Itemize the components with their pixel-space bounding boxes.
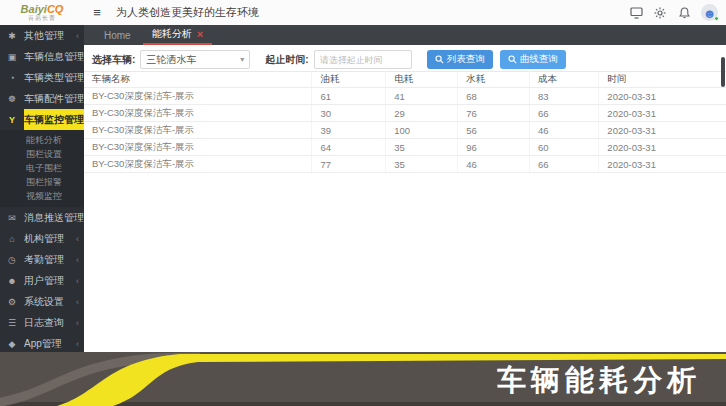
online-status-dot	[714, 16, 719, 21]
tab-energy-analysis[interactable]: 能耗分析 ×	[143, 25, 212, 45]
search-icon	[508, 55, 517, 64]
sidebar-item-organization[interactable]: ⌂机构管理‹	[0, 228, 84, 249]
users-icon: ☻	[0, 276, 24, 286]
content-area: 选择车辆: 三轮洒水车 ▾ 起止时间: 列表查询 曲线查询	[84, 45, 726, 352]
bell-icon[interactable]	[677, 6, 691, 20]
vehicle-name-cell: BY-C30深度保洁车-展示	[84, 139, 312, 156]
chevron-icon: ‹	[76, 31, 84, 41]
logo-text: BaiyiCQ	[21, 4, 64, 15]
list-query-button[interactable]: 列表查询	[427, 50, 493, 69]
tab-label: 能耗分析	[152, 27, 192, 41]
col-electricity: 电耗	[386, 72, 458, 88]
user-avatar[interactable]: ☻	[701, 4, 718, 21]
sidebar-item-system-settings[interactable]: ⚙系统设置‹	[0, 291, 84, 312]
truck-icon: ▣	[0, 52, 24, 62]
sidebar-item-user-management[interactable]: ☻用户管理‹	[0, 270, 84, 291]
sidebar-item-vehicle-monitor[interactable]: Y车辆监控管理–	[0, 109, 84, 130]
hamburger-menu-icon[interactable]: ≡	[84, 5, 110, 20]
chevron-icon: ‹	[76, 297, 84, 307]
scrollbar-thumb[interactable]	[721, 57, 725, 87]
sidebar-item-message-push[interactable]: ✉消息推送管理‹	[0, 207, 84, 228]
logo-main: Baiyi	[21, 3, 47, 15]
table-row[interactable]: BY-C30深度保洁车-展示 77 35 46 66 2020-03-31	[84, 156, 726, 173]
monitor-icon[interactable]	[629, 6, 643, 20]
tab-bar: Home 能耗分析 ×	[84, 25, 726, 45]
sidebar-item-app-management[interactable]: ◆App管理‹	[0, 333, 84, 352]
sidebar-item-attendance[interactable]: ◷考勤管理‹	[0, 249, 84, 270]
sidebar-subitem-electronic-fence[interactable]: 电子围栏	[0, 161, 84, 175]
vehicle-name-cell: BY-C30深度保洁车-展示	[84, 88, 312, 105]
energy-table: 车辆名称 油耗 电耗 水耗 成本 时间 BY-C30深度保洁车-展示 61 41	[84, 71, 726, 173]
close-icon[interactable]: ×	[197, 28, 203, 40]
sidebar-subitem-fence-alarm[interactable]: 围栏报警	[0, 175, 84, 189]
col-fuel: 油耗	[312, 72, 386, 88]
chevron-icon: ‹	[76, 318, 84, 328]
gear-icon[interactable]	[653, 6, 667, 20]
time-range-label: 起止时间:	[265, 53, 308, 67]
vehicle-name-cell: BY-C30深度保洁车-展示	[84, 156, 312, 173]
sidebar-submenu: 能耗分析 围栏设置 电子围栏 围栏报警 视频监控	[0, 130, 84, 207]
sidebar-subitem-fence-settings[interactable]: 围栏设置	[0, 147, 84, 161]
sidebar-item-vehicle-parts[interactable]: ☸车辆配件管理‹	[0, 88, 84, 109]
header-icons: ☻	[629, 4, 726, 21]
curve-query-button[interactable]: 曲线查询	[500, 50, 566, 69]
chevron-down-icon: ▾	[240, 55, 244, 64]
bottom-banner: 车辆能耗分析	[0, 352, 726, 406]
sidebar-item-log-query[interactable]: ☰日志查询‹	[0, 312, 84, 333]
sidebar-subitem-energy-analysis[interactable]: 能耗分析	[0, 133, 84, 147]
table-row[interactable]: BY-C30深度保洁车-展示 39 100 56 46 2020-03-31	[84, 122, 726, 139]
chevron-icon: ‹	[76, 255, 84, 265]
filter-bar: 选择车辆: 三轮洒水车 ▾ 起止时间: 列表查询 曲线查询	[84, 45, 726, 71]
chevron-icon: ‹	[76, 234, 84, 244]
chevron-icon: ‹	[76, 276, 84, 286]
vehicle-select-value: 三轮洒水车	[146, 53, 196, 67]
cogs-icon: ⚙	[0, 297, 24, 307]
vehicle-name-cell: BY-C30深度保洁车-展示	[84, 122, 312, 139]
app-window: BaiyiCQ 百易长青 ≡ 为人类创造更美好的生存环境 ☻ ✱其他管理‹ ▣车…	[0, 0, 726, 406]
table-row[interactable]: BY-C30深度保洁车-展示 64 35 96 60 2020-03-31	[84, 139, 726, 156]
col-water: 水耗	[458, 72, 530, 88]
misc-icon: ✱	[0, 31, 24, 41]
time-range-input[interactable]	[314, 50, 412, 69]
middle-region: ✱其他管理‹ ▣车辆信息管理‹ ◔车辆类型管理‹ ☸车辆配件管理‹ Y车辆监控管…	[0, 25, 726, 352]
gear-icon: ☸	[0, 94, 24, 104]
logo[interactable]: BaiyiCQ 百易长青	[0, 0, 84, 25]
sidebar-item-vehicle-type[interactable]: ◔车辆类型管理‹	[0, 67, 84, 88]
vehicle-select[interactable]: 三轮洒水车 ▾	[140, 50, 250, 69]
col-vehicle-name: 车辆名称	[84, 72, 312, 88]
search-icon	[435, 55, 444, 64]
vehicle-name-cell: BY-C30深度保洁车-展示	[84, 105, 312, 122]
chevron-icon: ‹	[76, 339, 84, 349]
slogan-text: 为人类创造更美好的生存环境	[116, 5, 629, 20]
table-header-row: 车辆名称 油耗 电耗 水耗 成本 时间	[84, 72, 726, 88]
logo-accent: CQ	[47, 3, 64, 15]
sidebar-item-misc[interactable]: ✱其他管理‹	[0, 25, 84, 46]
pie-icon: ◔	[0, 73, 24, 83]
vehicle-select-label: 选择车辆:	[92, 53, 135, 67]
envelope-icon: ✉	[0, 213, 24, 223]
table-row[interactable]: BY-C30深度保洁车-展示 30 29 76 66 2020-03-31	[84, 105, 726, 122]
logo-subtitle: 百易长青	[28, 15, 56, 22]
list-icon: ☰	[0, 318, 24, 328]
main-panel: Home 能耗分析 × 选择车辆: 三轮洒水车 ▾ 起止时间:	[84, 25, 726, 352]
banner-title: 车辆能耗分析	[497, 361, 701, 401]
sidebar-item-vehicle-info[interactable]: ▣车辆信息管理‹	[0, 46, 84, 67]
top-header: BaiyiCQ 百易长青 ≡ 为人类创造更美好的生存环境 ☻	[0, 0, 726, 25]
branch-icon: Y	[0, 115, 24, 125]
table-row[interactable]: BY-C30深度保洁车-展示 61 41 68 83 2020-03-31	[84, 88, 726, 105]
clock-icon: ◷	[0, 255, 24, 265]
col-time: 时间	[599, 72, 726, 88]
tab-home[interactable]: Home	[92, 25, 143, 45]
col-cost: 成本	[530, 72, 599, 88]
sidebar-subitem-video-monitor[interactable]: 视频监控	[0, 189, 84, 203]
app-icon: ◆	[0, 339, 24, 349]
building-icon: ⌂	[0, 234, 24, 244]
sidebar: ✱其他管理‹ ▣车辆信息管理‹ ◔车辆类型管理‹ ☸车辆配件管理‹ Y车辆监控管…	[0, 25, 84, 352]
